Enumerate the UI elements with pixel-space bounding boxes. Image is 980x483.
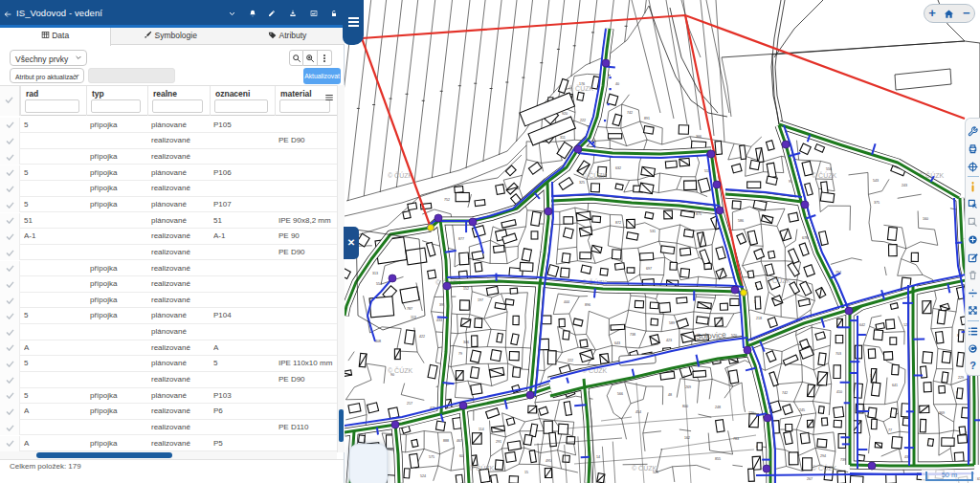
svg-text:738: 738	[630, 333, 635, 337]
svg-text:586: 586	[738, 219, 744, 223]
svg-text:543: 543	[873, 179, 879, 183]
svg-text:14: 14	[596, 455, 600, 459]
svg-text:© ČÚZK: © ČÚZK	[812, 171, 836, 179]
svg-text:© ČÚZK: © ČÚZK	[469, 464, 494, 472]
svg-text:423: 423	[666, 339, 672, 342]
svg-text:896: 896	[585, 303, 590, 307]
svg-text:© ČÚZK: © ČÚZK	[812, 464, 836, 472]
svg-text:© ČÚZK: © ČÚZK	[632, 464, 657, 472]
svg-text:114: 114	[479, 428, 484, 431]
svg-text:495: 495	[546, 459, 551, 463]
svg-text:217: 217	[407, 402, 412, 406]
svg-text:313: 313	[372, 272, 378, 275]
svg-text:433: 433	[436, 318, 442, 322]
svg-text:218: 218	[756, 317, 762, 320]
svg-text:375: 375	[874, 201, 880, 205]
svg-text:872: 872	[615, 221, 621, 225]
svg-text:641: 641	[892, 384, 898, 387]
svg-text:162: 162	[684, 436, 690, 440]
svg-text:632: 632	[615, 166, 621, 170]
svg-text:© ČÚZK: © ČÚZK	[388, 366, 412, 374]
svg-text:243: 243	[902, 184, 907, 187]
svg-text:294: 294	[820, 454, 826, 458]
svg-text:40: 40	[615, 82, 619, 86]
svg-text:888: 888	[443, 439, 449, 443]
svg-text:79: 79	[458, 352, 462, 356]
svg-text:891: 891	[644, 117, 650, 121]
svg-text:877: 877	[458, 237, 464, 241]
svg-text:703: 703	[835, 352, 841, 356]
svg-text:920: 920	[562, 112, 568, 116]
svg-text:160: 160	[923, 217, 928, 221]
svg-text:222: 222	[568, 359, 573, 362]
svg-text:643: 643	[614, 341, 620, 345]
svg-text:524: 524	[420, 474, 426, 478]
svg-text:77: 77	[888, 428, 892, 432]
svg-text:325: 325	[579, 181, 585, 185]
svg-text:787: 787	[407, 307, 412, 311]
svg-text:697: 697	[646, 267, 652, 271]
svg-text:152: 152	[463, 287, 469, 291]
svg-text:739: 739	[840, 458, 846, 462]
svg-text:410: 410	[836, 390, 842, 394]
svg-text:291: 291	[496, 440, 501, 444]
svg-text:742: 742	[782, 391, 788, 395]
svg-text:467: 467	[457, 439, 462, 443]
svg-text:369: 369	[939, 411, 945, 415]
svg-text:566: 566	[617, 392, 623, 396]
svg-text:554: 554	[376, 282, 382, 286]
svg-text:© ČÚZK: © ČÚZK	[388, 171, 412, 179]
svg-text:752: 752	[444, 198, 450, 202]
svg-text:875: 875	[696, 212, 702, 216]
svg-text:197: 197	[478, 298, 483, 302]
svg-text:© ČÚZK: © ČÚZK	[582, 171, 607, 179]
svg-text:366: 366	[696, 135, 702, 139]
svg-text:575: 575	[429, 455, 434, 459]
svg-text:306: 306	[463, 340, 469, 344]
svg-text:15: 15	[524, 471, 528, 474]
svg-text:248: 248	[715, 406, 721, 409]
svg-text:222: 222	[580, 119, 586, 122]
svg-text:408: 408	[375, 340, 381, 343]
svg-text:556: 556	[826, 167, 832, 171]
svg-text:245: 245	[799, 408, 805, 412]
svg-text:© ČÚZK: © ČÚZK	[568, 84, 593, 92]
svg-text:589: 589	[669, 321, 675, 325]
svg-text:531: 531	[650, 230, 656, 233]
svg-text:© ČÚZK: © ČÚZK	[766, 276, 791, 284]
svg-text:422: 422	[419, 335, 425, 339]
svg-text:742: 742	[627, 111, 633, 115]
svg-text:642: 642	[859, 323, 865, 327]
svg-text:855: 855	[715, 457, 721, 461]
svg-text:269: 269	[685, 385, 691, 389]
svg-text:800: 800	[682, 405, 688, 408]
svg-text:267: 267	[807, 477, 813, 481]
svg-text:229: 229	[958, 376, 964, 380]
svg-text:678: 678	[802, 236, 808, 240]
svg-text:444: 444	[564, 300, 569, 304]
svg-text:311: 311	[560, 136, 566, 140]
svg-text:48: 48	[668, 393, 672, 397]
